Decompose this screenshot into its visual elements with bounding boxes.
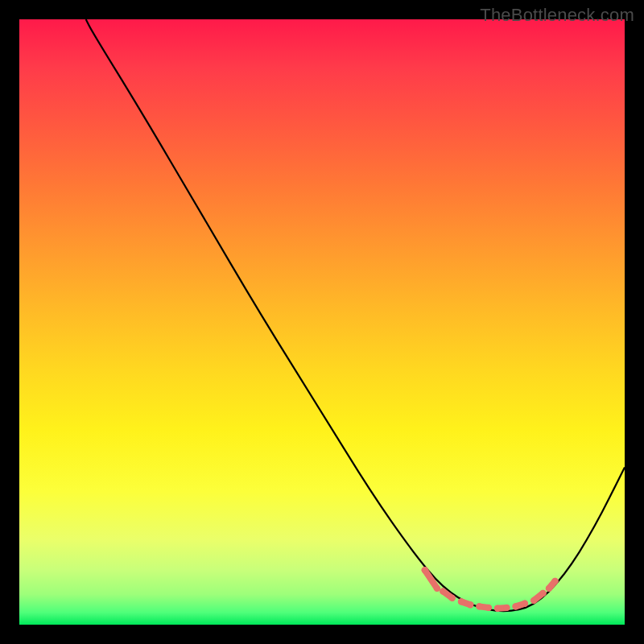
watermark-text: TheBottleneck.com <box>480 5 634 26</box>
chart-svg <box>19 19 625 625</box>
highlight-dot <box>440 588 446 594</box>
highlight-dot <box>434 585 440 592</box>
chart-curve <box>86 19 625 611</box>
highlight-dot <box>485 605 492 611</box>
highlight-dot <box>422 567 428 573</box>
highlight-dot <box>530 597 537 604</box>
highlight-dot <box>467 601 473 608</box>
highlight-dot <box>494 605 501 612</box>
highlight-dot <box>449 595 456 601</box>
highlight-dot <box>539 590 546 597</box>
highlight-dot <box>546 585 552 592</box>
chart-highlight-markers <box>422 567 559 612</box>
highlight-dot <box>458 598 464 605</box>
highlight-dot <box>551 578 558 584</box>
highlight-dot <box>476 603 482 609</box>
chart-area <box>19 19 625 625</box>
highlight-dot <box>503 605 510 611</box>
highlight-dot <box>512 603 518 609</box>
highlight-dot <box>522 601 528 607</box>
